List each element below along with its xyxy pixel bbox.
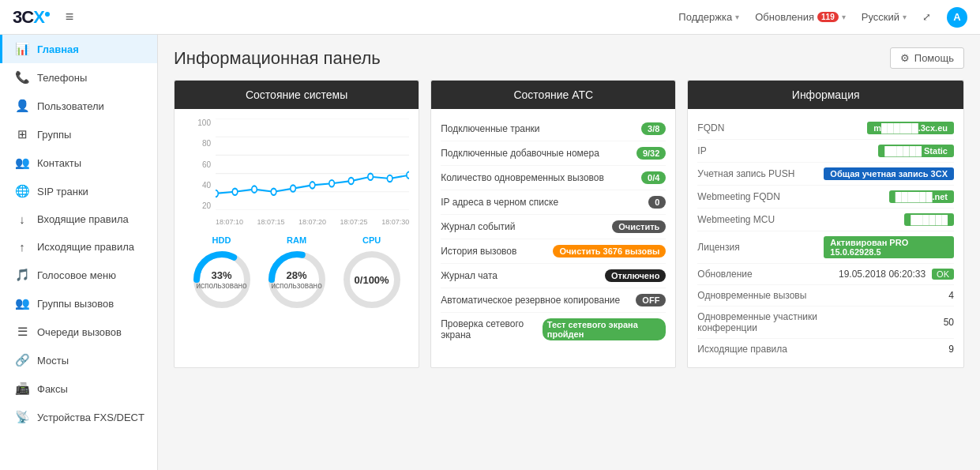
updates-badge: 119 bbox=[817, 12, 839, 22]
topbar: 3CX ≡ Поддержка ▾ Обновления 119 ▾ Русск… bbox=[0, 0, 980, 35]
menu-toggle-icon[interactable]: ≡ bbox=[66, 9, 74, 25]
sidebar-item-callgroups[interactable]: 👥 Группы вызовов bbox=[0, 289, 157, 318]
atc-label-firewall: Проверка сетевого экрана bbox=[441, 318, 543, 340]
info-label-push: Учетная запись PUSH bbox=[697, 168, 824, 179]
sidebar-item-users[interactable]: 👤 Пользователи bbox=[0, 92, 157, 120]
groups-icon: ⊞ bbox=[15, 127, 29, 141]
atc-label-eventlog: Журнал событий bbox=[441, 221, 515, 232]
updates-dropdown-arrow: ▾ bbox=[842, 13, 846, 21]
sidebar-item-home[interactable]: 📊 Главная bbox=[0, 35, 157, 63]
atc-row-callhistory: История вызовов Очистить 3676 вызовы bbox=[441, 239, 666, 264]
chart-area: 100 80 60 40 20 bbox=[184, 117, 409, 227]
sidebar-label-sip: SIP транки bbox=[37, 186, 88, 197]
atc-row-concurrent: Количество одновременных вызовов 0/4 bbox=[441, 166, 666, 190]
sidebar-item-incoming[interactable]: ↓ Входящие правила bbox=[0, 205, 157, 233]
info-label-concurrent-calls: Одновременные вызовы bbox=[697, 290, 824, 301]
sidebar-item-outgoing[interactable]: ↑ Исходящие правила bbox=[0, 233, 157, 261]
chart-y-80: 80 bbox=[184, 139, 214, 148]
info-value-wm-fqdn: ██████.net bbox=[889, 190, 954, 203]
atc-badge-concurrent: 0/4 bbox=[641, 171, 666, 184]
sidebar-item-fax[interactable]: 📠 Факсы bbox=[0, 374, 157, 403]
outgoing-icon: ↑ bbox=[15, 240, 29, 254]
sidebar-label-bridges: Мосты bbox=[37, 355, 69, 367]
sidebar-label-phones: Телефоны bbox=[37, 72, 87, 84]
sidebar-item-sip[interactable]: 🌐 SIP транки bbox=[0, 177, 157, 205]
sidebar-item-fxs[interactable]: 📡 Устройства FXS/DECT bbox=[0, 403, 157, 431]
gauge-cpu-label: CPU bbox=[362, 235, 381, 245]
chart-x-1: 18:07:15 bbox=[257, 218, 285, 226]
atc-label-blacklist: IP адреса в черном списке bbox=[441, 197, 558, 208]
chart-y-100: 100 bbox=[184, 118, 214, 127]
gauge-ram-sub: использовано bbox=[271, 281, 321, 290]
atc-row-backup: Автоматическое резервное копирование OFF bbox=[441, 288, 666, 313]
gauges-row: HDD 33% использовано bbox=[184, 227, 409, 319]
help-button[interactable]: ⚙ Помощь bbox=[890, 47, 964, 69]
sidebar-label-callgroups: Группы вызовов bbox=[37, 298, 114, 310]
fxs-icon: 📡 bbox=[15, 410, 29, 424]
gauge-ram-label: RAM bbox=[287, 235, 306, 245]
support-menu[interactable]: Поддержка ▾ bbox=[678, 11, 739, 23]
update-ok-badge: OK bbox=[932, 269, 954, 280]
sidebar-item-groups[interactable]: ⊞ Группы bbox=[0, 120, 157, 149]
info-label-ip: IP bbox=[697, 145, 824, 156]
lang-dropdown-arrow: ▾ bbox=[903, 13, 907, 21]
info-label-outgoing-rules: Исходящие правила bbox=[697, 344, 824, 355]
sidebar-item-ivr[interactable]: 🎵 Голосовое меню bbox=[0, 261, 157, 289]
chart-y-60: 60 bbox=[184, 160, 214, 169]
logo: 3CX bbox=[13, 7, 50, 28]
sip-icon: 🌐 bbox=[15, 184, 29, 198]
info-label-license: Лицензия bbox=[697, 242, 824, 253]
sidebar-item-phones[interactable]: 📞 Телефоны bbox=[0, 63, 157, 92]
user-menu[interactable]: A bbox=[947, 7, 967, 28]
atc-badge-callhistory[interactable]: Очистить 3676 вызовы bbox=[553, 245, 666, 258]
gauge-hdd-sub: использовано bbox=[196, 281, 246, 290]
incoming-icon: ↓ bbox=[15, 212, 29, 226]
main-layout: 📊 Главная 📞 Телефоны 👤 Пользователи ⊞ Гр… bbox=[0, 35, 980, 470]
language-menu[interactable]: Русский ▾ bbox=[862, 11, 907, 23]
updates-menu[interactable]: Обновления 119 ▾ bbox=[755, 11, 846, 23]
chart-x-4: 18:07:30 bbox=[381, 218, 409, 226]
sidebar-label-ivr: Голосовое меню bbox=[37, 269, 116, 281]
info-label-fqdn: FQDN bbox=[697, 122, 824, 133]
info-panel: Информация FQDN m██████.3cx.eu IP ██████… bbox=[687, 80, 964, 368]
svg-point-10 bbox=[291, 185, 296, 191]
svg-point-9 bbox=[271, 189, 276, 195]
sidebar-item-contacts[interactable]: 👥 Контакты bbox=[0, 149, 157, 177]
info-row-update: Обновление 19.05.2018 06:20:33 OK bbox=[697, 264, 954, 285]
atc-label-extensions: Подключенные добавочные номера bbox=[441, 148, 599, 159]
sidebar-item-callqueues[interactable]: ☰ Очереди вызовов bbox=[0, 318, 157, 346]
sidebar-label-outgoing: Исходящие правила bbox=[37, 241, 134, 253]
atc-row-eventlog: Журнал событий Очистить bbox=[441, 215, 666, 239]
logo-text: 3CX bbox=[13, 7, 44, 28]
info-row-fqdn: FQDN m██████.3cx.eu bbox=[697, 117, 954, 140]
info-label-conference: Одновременные участники конференции bbox=[697, 311, 824, 333]
atc-label-concurrent: Количество одновременных вызовов bbox=[441, 172, 604, 183]
info-value-license: Активирован PRO 15.0.62928.5 bbox=[824, 236, 954, 258]
atc-badge-chatlog: Отключено bbox=[605, 269, 666, 282]
svg-point-15 bbox=[387, 175, 392, 182]
expand-button[interactable]: ⤢ bbox=[922, 11, 931, 23]
sidebar-item-bridges[interactable]: 🔗 Мосты bbox=[0, 346, 157, 374]
gauge-ram: RAM 28% использовано bbox=[265, 235, 329, 311]
gauge-cpu: CPU 0/100% bbox=[340, 235, 404, 311]
page-header: Информационная панель ⚙ Помощь bbox=[174, 47, 964, 69]
atc-badge-eventlog[interactable]: Очистить bbox=[612, 220, 666, 233]
atc-panel-header: Состояние АТС bbox=[431, 81, 675, 109]
chart-x-2: 18:07:20 bbox=[299, 218, 326, 226]
home-icon: 📊 bbox=[15, 42, 29, 56]
svg-point-12 bbox=[329, 180, 335, 186]
atc-label-trunks: Подключенные транки bbox=[441, 123, 539, 134]
chart-svg bbox=[216, 118, 409, 210]
info-value-ip: ██████ Static bbox=[878, 145, 954, 157]
sidebar-label-incoming: Входящие правила bbox=[37, 213, 129, 225]
atc-badge-trunks: 3/8 bbox=[641, 122, 666, 135]
atc-badge-extensions: 9/32 bbox=[636, 147, 666, 160]
svg-point-7 bbox=[232, 189, 238, 195]
sidebar-label-callqueues: Очереди вызовов bbox=[37, 326, 122, 338]
atc-label-backup: Автоматическое резервное копирование bbox=[441, 295, 620, 306]
info-row-push: Учетная запись PUSH Общая учетная запись… bbox=[697, 163, 954, 186]
svg-point-14 bbox=[368, 174, 374, 180]
users-icon: 👤 bbox=[15, 99, 29, 113]
gauge-cpu-circle: 0/100% bbox=[340, 248, 404, 311]
gauge-hdd-label: HDD bbox=[212, 235, 231, 245]
